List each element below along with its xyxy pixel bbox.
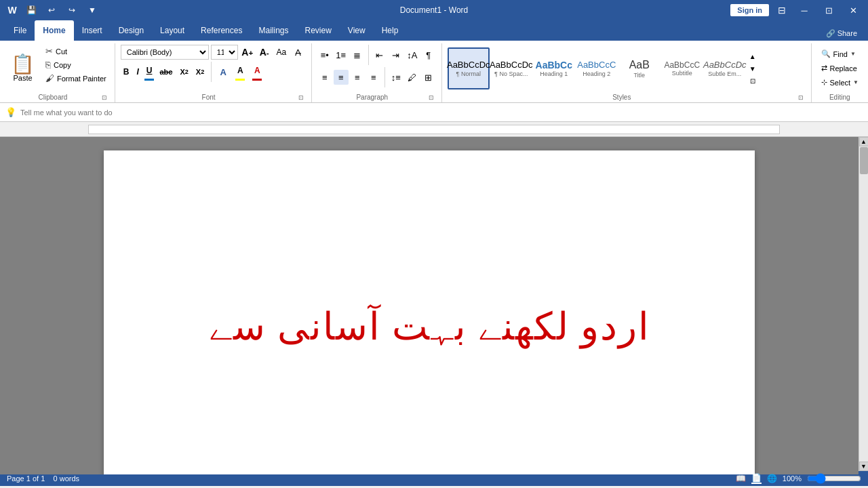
- increase-indent-button[interactable]: ⇥: [389, 47, 403, 62]
- multilevel-list-button[interactable]: ≣: [350, 47, 365, 62]
- style-normal-label: ¶ Normal: [456, 70, 481, 77]
- bold-button[interactable]: B: [121, 64, 132, 79]
- align-left-button[interactable]: ≡: [317, 70, 332, 85]
- paragraph-row-2: ≡ ≡ ≡ ≡ ↕≡ 🖊 ⊞: [317, 67, 436, 87]
- copy-button[interactable]: ⎘ Copy: [43, 58, 109, 71]
- style-heading2-text: AaBbCcC: [577, 60, 616, 70]
- page-info: Page 1 of 1: [7, 474, 45, 483]
- zoom-slider[interactable]: [807, 473, 861, 484]
- style-heading2[interactable]: AaBbCcC Heading 2: [576, 47, 618, 89]
- style-normal[interactable]: AaBbCcDc ¶ Normal: [448, 47, 490, 89]
- qat-customize-button[interactable]: ▼: [84, 2, 100, 18]
- qat-redo-button[interactable]: ↪: [64, 2, 80, 18]
- ruler: [0, 122, 868, 137]
- clipboard-small-buttons: ✂ Cut ⎘ Copy 🖌 Format Painter: [43, 45, 109, 85]
- status-right: 📖 📄 🌐 100%: [736, 473, 861, 484]
- decrease-indent-button[interactable]: ⇤: [372, 47, 387, 62]
- paragraph-group-label: Paragraph: [317, 92, 427, 102]
- style-subtle-em[interactable]: AaBbCcDc Subtle Em...: [704, 47, 746, 89]
- paragraph-expand-button[interactable]: ⊡: [427, 93, 436, 102]
- minimize-button[interactable]: ─: [795, 1, 814, 20]
- tab-layout[interactable]: Layout: [152, 20, 193, 41]
- grow-font-button[interactable]: A+: [240, 45, 255, 60]
- italic-button[interactable]: I: [134, 64, 141, 79]
- view-read-mode-button[interactable]: 📖: [736, 474, 746, 483]
- font-row-1: Calibri (Body) 11 A+ A- Aa A̶: [121, 45, 306, 60]
- change-case-button[interactable]: Aa: [274, 45, 289, 60]
- font-size-select[interactable]: 11: [211, 45, 238, 60]
- tab-help[interactable]: Help: [374, 20, 407, 41]
- text-effects-button[interactable]: A: [216, 64, 231, 79]
- scroll-thumb[interactable]: [860, 147, 868, 174]
- clipboard-group-label: Clipboard: [5, 92, 100, 102]
- tab-references[interactable]: References: [193, 20, 250, 41]
- highlight-button[interactable]: A: [233, 63, 248, 78]
- clipboard-expand-button[interactable]: ⊡: [100, 93, 109, 102]
- sign-in-button[interactable]: Sign in: [730, 4, 769, 16]
- select-button[interactable]: ⊹ Select ▼: [817, 76, 863, 89]
- view-web-layout-button[interactable]: 🌐: [767, 474, 777, 483]
- style-title[interactable]: AaB Title: [618, 47, 660, 89]
- font-family-select[interactable]: Calibri (Body): [121, 45, 209, 60]
- strikethrough-button[interactable]: abc: [157, 64, 175, 79]
- divider3: [384, 67, 385, 87]
- view-print-layout-button[interactable]: 📄: [751, 473, 762, 484]
- underline-button[interactable]: U: [144, 63, 155, 78]
- font-expand-button[interactable]: ⊡: [296, 93, 305, 102]
- font-color-button[interactable]: A: [250, 63, 264, 78]
- paste-button[interactable]: 📋 Paste: [5, 45, 40, 92]
- tab-mailings[interactable]: Mailings: [250, 20, 296, 41]
- tab-review[interactable]: Review: [296, 20, 339, 41]
- close-button[interactable]: ✕: [844, 1, 863, 20]
- bullets-button[interactable]: ≡•: [317, 47, 332, 62]
- scroll-down-button[interactable]: ▼: [859, 462, 869, 471]
- align-right-button[interactable]: ≡: [350, 70, 365, 85]
- shading-button[interactable]: 🖊: [405, 70, 420, 85]
- ribbon-display-options-button[interactable]: ⊟: [774, 3, 789, 18]
- shrink-font-button[interactable]: A-: [257, 45, 272, 60]
- style-subtitle[interactable]: AaBbCcC Subtitle: [661, 47, 703, 89]
- title-bar: W 💾 ↩ ↪ ▼ Document1 - Word Sign in ⊟ ─ ⊡…: [0, 0, 868, 20]
- document-page[interactable]: اردو لکھنے بہت آسانی سے: [104, 150, 755, 474]
- cut-button[interactable]: ✂ Cut: [43, 45, 109, 58]
- subscript-button[interactable]: X2: [177, 64, 191, 79]
- tab-view[interactable]: View: [340, 20, 374, 41]
- styles-scrollbar: ▲ ▼ ⊡: [747, 51, 758, 86]
- tab-file[interactable]: File: [5, 20, 35, 41]
- tab-home[interactable]: Home: [35, 20, 73, 41]
- styles-scroll-up-button[interactable]: ▲: [747, 51, 758, 62]
- qat-save-button[interactable]: 💾: [23, 2, 39, 18]
- tab-insert[interactable]: Insert: [74, 20, 111, 41]
- find-button[interactable]: 🔍 Find ▼: [817, 47, 860, 60]
- qat-undo-button[interactable]: ↩: [43, 2, 60, 18]
- zoom-level: 100%: [783, 474, 802, 483]
- styles-scroll-down-button[interactable]: ▼: [747, 63, 758, 74]
- tell-me-input[interactable]: [20, 108, 170, 117]
- share-button[interactable]: 🔗 Share: [821, 26, 863, 41]
- tab-design[interactable]: Design: [111, 20, 152, 41]
- style-no-spacing[interactable]: AaBbCcDc ¶ No Spac...: [490, 47, 532, 89]
- format-painter-button[interactable]: 🖌 Format Painter: [43, 72, 109, 85]
- numbering-button[interactable]: 1≡: [334, 47, 349, 62]
- justify-button[interactable]: ≡: [366, 70, 381, 85]
- show-hide-button[interactable]: ¶: [421, 47, 436, 62]
- divider: [211, 62, 212, 82]
- font-color-button-wrapper: A: [250, 63, 264, 81]
- superscript-button[interactable]: X2: [193, 64, 207, 79]
- style-heading1[interactable]: AaBbCc Heading 1: [533, 47, 575, 89]
- styles-expand-dialog-button[interactable]: ⊡: [796, 93, 806, 102]
- urdu-text[interactable]: اردو لکھنے بہت آسانی سے: [209, 293, 650, 361]
- scroll-up-button[interactable]: ▲: [859, 137, 869, 146]
- style-normal-text: AaBbCcDc: [447, 60, 490, 70]
- line-spacing-button[interactable]: ↕≡: [389, 70, 403, 85]
- borders-button[interactable]: ⊞: [421, 70, 436, 85]
- styles-expand-button[interactable]: ⊡: [747, 75, 758, 86]
- replace-button[interactable]: ⇄ Replace: [817, 62, 861, 75]
- format-painter-label: Format Painter: [57, 75, 106, 83]
- clear-formatting-button[interactable]: A̶: [291, 45, 306, 60]
- align-center-button[interactable]: ≡: [334, 70, 349, 85]
- style-heading1-label: Heading 1: [540, 70, 568, 77]
- font-row-2: B I U abc X2 X2 A A A: [121, 62, 265, 82]
- sort-button[interactable]: ↕A: [405, 47, 420, 62]
- restore-button[interactable]: ⊡: [819, 1, 838, 20]
